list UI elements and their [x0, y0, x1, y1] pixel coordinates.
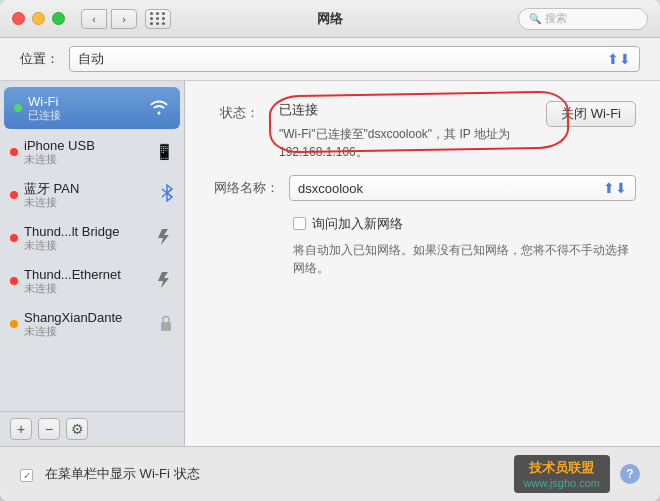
item-status: 未连接	[24, 282, 156, 295]
traffic-lights	[12, 12, 65, 25]
item-text: Thund...lt Bridge 未连接	[24, 224, 156, 253]
network-name-label: 网络名称：	[209, 179, 279, 197]
phone-icon: 📱	[155, 143, 174, 161]
wifi-off-button[interactable]: 关闭 Wi-Fi	[546, 101, 636, 127]
lock-icon	[158, 314, 174, 335]
help-button[interactable]: ?	[620, 464, 640, 484]
location-select[interactable]: 自动 ⬆⬇	[69, 46, 640, 72]
item-name: Thund...Ethernet	[24, 267, 156, 283]
item-status: 未连接	[24, 325, 158, 338]
item-name: Thund...lt Bridge	[24, 224, 156, 240]
location-arrow-icon: ⬆⬇	[607, 51, 631, 67]
search-box[interactable]: 🔍 搜索	[518, 8, 648, 30]
right-panel: 状态： 已连接 "Wi-Fi"已连接至"dsxcoolook"，其 IP 地址为…	[185, 81, 660, 446]
close-button[interactable]	[12, 12, 25, 25]
sidebar-item-wifi[interactable]: Wi-Fi 已连接	[4, 87, 180, 129]
menubar-wifi-checkbox[interactable]	[20, 469, 33, 482]
status-row: 状态： 已连接 "Wi-Fi"已连接至"dsxcoolook"，其 IP 地址为…	[209, 101, 636, 161]
item-text: Thund...Ethernet 未连接	[24, 267, 156, 296]
menubar-wifi-label: 在菜单栏中显示 Wi-Fi 状态	[45, 465, 200, 483]
main-content: Wi-Fi 已连接 iPhone USB	[0, 81, 660, 446]
item-status: 未连接	[24, 196, 160, 209]
status-indicator	[14, 104, 22, 112]
settings-button[interactable]: ⚙	[66, 418, 88, 440]
sidebar-item-thunderbolt-ethernet[interactable]: Thund...Ethernet 未连接	[0, 260, 184, 302]
forward-button[interactable]: ›	[111, 9, 137, 29]
status-indicator	[10, 191, 18, 199]
remove-button[interactable]: −	[38, 418, 60, 440]
network-name-value: dsxcoolook	[298, 181, 363, 196]
status-indicator	[10, 277, 18, 285]
sidebar-list: Wi-Fi 已连接 iPhone USB	[0, 81, 184, 411]
sidebar-item-bluetooth-pan[interactable]: 蓝牙 PAN 未连接	[0, 174, 184, 216]
apps-button[interactable]	[145, 9, 171, 29]
item-status: 未连接	[24, 239, 156, 252]
item-name: Wi-Fi	[28, 94, 148, 110]
nav-buttons: ‹ ›	[81, 9, 137, 29]
minimize-button[interactable]	[32, 12, 45, 25]
search-icon: 🔍	[529, 13, 541, 24]
bottom-bar: 在菜单栏中显示 Wi-Fi 状态 技术员联盟 www.jsgho.com ?	[0, 446, 660, 501]
status-indicator	[10, 234, 18, 242]
titlebar: ‹ › 网络 🔍 搜索	[0, 0, 660, 38]
watermark-url: www.jsgho.com	[524, 477, 600, 489]
location-value: 自动	[78, 50, 104, 68]
item-text: ShangXianDante 未连接	[24, 310, 158, 339]
watermark-title: 技术员联盟	[529, 459, 594, 477]
svg-rect-0	[161, 322, 171, 331]
sidebar-item-thunderbolt-bridge[interactable]: Thund...lt Bridge 未连接	[0, 217, 184, 259]
bluetooth-icon	[160, 184, 174, 206]
ask-join-description: 将自动加入已知网络。如果没有已知网络，您将不得不手动选择网络。	[209, 241, 636, 277]
item-name: ShangXianDante	[24, 310, 158, 326]
item-name: iPhone USB	[24, 138, 155, 154]
item-status: 已连接	[28, 109, 148, 122]
apps-grid-icon	[150, 12, 166, 25]
ask-join-label: 询问加入新网络	[312, 215, 403, 233]
status-description: "Wi-Fi"已连接至"dsxcoolook"，其 IP 地址为192.168.…	[279, 125, 526, 161]
add-button[interactable]: +	[10, 418, 32, 440]
item-text: 蓝牙 PAN 未连接	[24, 181, 160, 210]
network-select-arrow-icon: ⬆⬇	[603, 180, 627, 196]
location-label: 位置：	[20, 50, 59, 68]
status-indicator	[10, 148, 18, 156]
window-title: 网络	[317, 10, 343, 28]
watermark: 技术员联盟 www.jsgho.com	[514, 455, 610, 493]
status-value: 已连接	[279, 101, 526, 119]
sidebar: Wi-Fi 已连接 iPhone USB	[0, 81, 185, 446]
ask-join-checkbox[interactable]	[293, 217, 306, 230]
back-button[interactable]: ‹	[81, 9, 107, 29]
item-name: 蓝牙 PAN	[24, 181, 160, 197]
item-status: 未连接	[24, 153, 155, 166]
search-placeholder: 搜索	[545, 11, 567, 26]
menubar-wifi-row: 在菜单栏中显示 Wi-Fi 状态	[20, 465, 200, 483]
location-bar: 位置： 自动 ⬆⬇	[0, 38, 660, 81]
thunderbolt-icon	[156, 271, 174, 292]
wifi-icon	[148, 97, 170, 120]
status-indicator	[10, 320, 18, 328]
network-preferences-window: ‹ › 网络 🔍 搜索 位置： 自动 ⬆⬇	[0, 0, 660, 501]
network-name-row: 网络名称： dsxcoolook ⬆⬇	[209, 175, 636, 201]
ask-join-row: 询问加入新网络	[209, 215, 636, 233]
status-content: 已连接 "Wi-Fi"已连接至"dsxcoolook"，其 IP 地址为192.…	[279, 101, 526, 161]
sidebar-item-shangxian-dante[interactable]: ShangXianDante 未连接	[0, 303, 184, 345]
item-text: Wi-Fi 已连接	[28, 94, 148, 123]
sidebar-item-iphone-usb[interactable]: iPhone USB 未连接 📱	[0, 131, 184, 173]
item-text: iPhone USB 未连接	[24, 138, 155, 167]
status-label: 状态：	[209, 101, 259, 122]
sidebar-footer: + − ⚙	[0, 411, 184, 446]
maximize-button[interactable]	[52, 12, 65, 25]
thunderbolt-icon	[156, 228, 174, 249]
network-name-select[interactable]: dsxcoolook ⬆⬇	[289, 175, 636, 201]
